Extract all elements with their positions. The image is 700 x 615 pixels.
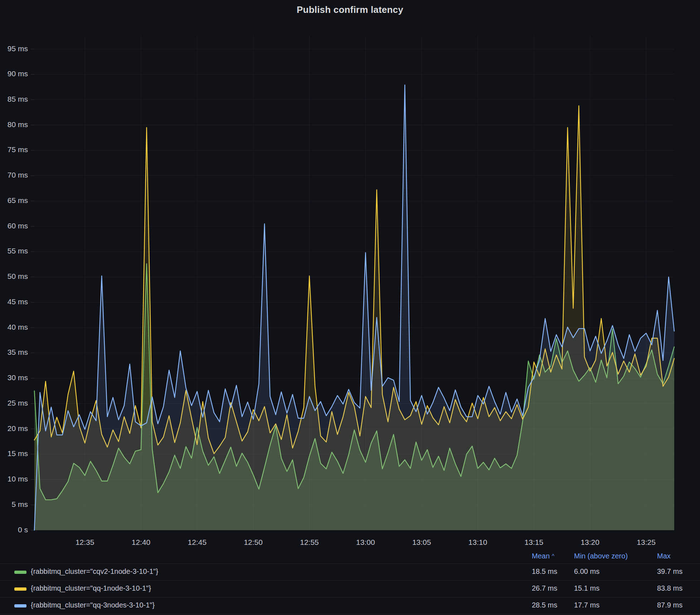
y-tick-label: 5 ms bbox=[11, 500, 28, 508]
grafana-panel: Publish confirm latency 0 s5 ms10 ms15 m… bbox=[0, 0, 700, 615]
y-tick-label: 30 ms bbox=[8, 373, 28, 382]
y-tick-label: 0 s bbox=[18, 526, 28, 534]
series-min-value: 17.7 ms bbox=[574, 601, 599, 609]
series-label[interactable]: {rabbitmq_cluster="qq-1node-3-10-1"} bbox=[31, 584, 151, 592]
series-color-swatch[interactable] bbox=[14, 571, 26, 574]
series-label[interactable]: {rabbitmq_cluster="qq-3nodes-3-10-1"} bbox=[31, 601, 155, 609]
series-max-value: 87.9 ms bbox=[657, 601, 682, 609]
x-tick-label: 13:15 bbox=[525, 538, 544, 546]
latency-time-series-chart[interactable]: 0 s5 ms10 ms15 ms20 ms25 ms30 ms35 ms40 … bbox=[0, 0, 700, 549]
y-tick-label: 90 ms bbox=[8, 69, 28, 78]
series-mean-value: 28.5 ms bbox=[532, 601, 557, 609]
legend-row[interactable]: {rabbitmq_cluster="cqv2-1node-3-10-1"} 1… bbox=[0, 563, 700, 580]
sort-caret-icon: ^ bbox=[552, 553, 554, 559]
x-tick-label: 12:50 bbox=[244, 538, 263, 546]
y-tick-label: 80 ms bbox=[8, 120, 28, 129]
series-mean-value: 26.7 ms bbox=[532, 584, 557, 592]
series-color-swatch[interactable] bbox=[14, 604, 26, 607]
y-tick-label: 50 ms bbox=[8, 272, 28, 280]
x-tick-label: 13:00 bbox=[356, 538, 375, 546]
legend-table: Mean^ Min (above zero) Max {rabbitmq_clu… bbox=[0, 551, 700, 614]
y-tick-label: 45 ms bbox=[8, 297, 28, 306]
y-tick-label: 60 ms bbox=[8, 222, 28, 230]
y-tick-label: 95 ms bbox=[8, 44, 28, 53]
series-min-value: 15.1 ms bbox=[574, 584, 599, 592]
x-tick-label: 12:55 bbox=[300, 538, 319, 546]
series-label[interactable]: {rabbitmq_cluster="cqv2-1node-3-10-1"} bbox=[31, 567, 158, 576]
x-tick-label: 13:10 bbox=[468, 538, 487, 546]
y-tick-label: 15 ms bbox=[8, 449, 28, 457]
legend-bottom-separator bbox=[0, 614, 700, 614]
series-max-value: 83.8 ms bbox=[657, 584, 682, 592]
legend-sort-mean[interactable]: Mean^ bbox=[532, 552, 554, 560]
x-tick-label: 13:20 bbox=[580, 538, 599, 546]
series-max-value: 39.7 ms bbox=[657, 567, 682, 576]
y-tick-label: 20 ms bbox=[8, 424, 28, 432]
legend-sort-min[interactable]: Min (above zero) bbox=[574, 552, 628, 560]
y-tick-label: 10 ms bbox=[8, 475, 28, 483]
y-tick-label: 75 ms bbox=[8, 145, 28, 154]
y-tick-label: 55 ms bbox=[8, 247, 28, 255]
series-mean-value: 18.5 ms bbox=[532, 567, 557, 576]
x-tick-label: 13:05 bbox=[412, 538, 431, 546]
series-color-swatch[interactable] bbox=[14, 587, 26, 591]
y-tick-label: 65 ms bbox=[8, 196, 28, 204]
legend-sort-max[interactable]: Max bbox=[657, 552, 671, 560]
legend-row[interactable]: {rabbitmq_cluster="qq-1node-3-10-1"} 26.… bbox=[0, 580, 700, 597]
y-tick-label: 40 ms bbox=[8, 323, 28, 331]
y-tick-label: 85 ms bbox=[8, 95, 28, 103]
x-tick-label: 12:40 bbox=[132, 538, 151, 546]
series-min-value: 6.00 ms bbox=[574, 567, 599, 576]
y-tick-label: 70 ms bbox=[8, 171, 28, 179]
x-tick-label: 12:45 bbox=[188, 538, 207, 546]
legend-row[interactable]: {rabbitmq_cluster="qq-3nodes-3-10-1"} 28… bbox=[0, 597, 700, 614]
y-tick-label: 25 ms bbox=[8, 399, 28, 407]
y-tick-label: 35 ms bbox=[8, 348, 28, 356]
x-tick-label: 12:35 bbox=[76, 538, 94, 546]
x-tick-label: 13:25 bbox=[637, 538, 656, 546]
legend-header: Mean^ Min (above zero) Max bbox=[0, 551, 700, 563]
